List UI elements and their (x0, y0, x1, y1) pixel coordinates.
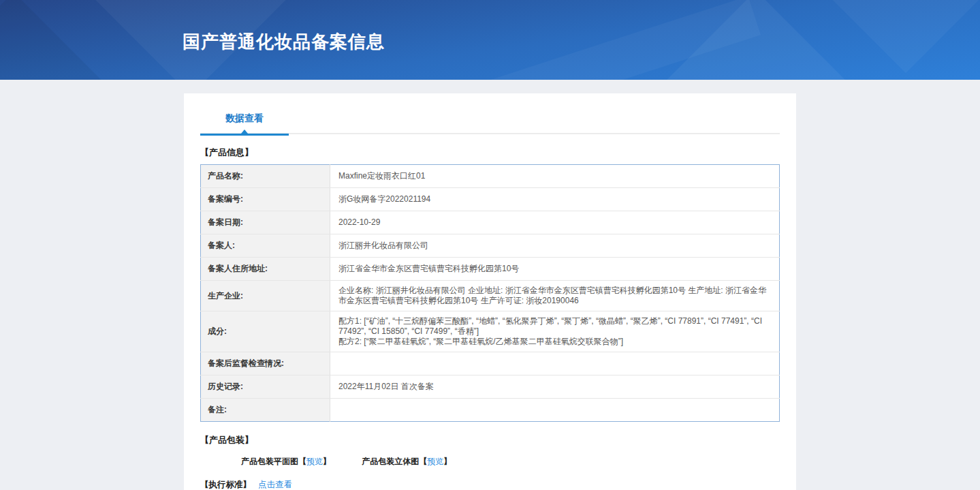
exec-standard-view-link[interactable]: 点击查看 (258, 480, 292, 489)
row-value-registration-date: 2022-10-29 (330, 211, 780, 234)
section-product-info-title: 【产品信息】 (200, 147, 780, 159)
row-label-ingredients: 成分: (201, 311, 330, 352)
page-title: 国产普通化妆品备案信息 (183, 30, 385, 54)
header-decoration-band (424, 0, 761, 80)
table-row: 成分: 配方1: [“矿油”, “十三烷醇偏苯三酸酯”, “地蜡”, “氢化聚异… (201, 311, 780, 352)
tab-bar: 数据查看 (200, 108, 780, 134)
tab-data-view[interactable]: 数据查看 (200, 108, 289, 134)
bracket-close: 】 (443, 457, 452, 466)
packaging-flat-label: 产品包装平面图 (241, 457, 298, 466)
bracket-open: 【 (298, 457, 306, 466)
table-row: 备案编号: 浙G妆网备字2022021194 (201, 188, 780, 211)
row-value-history: 2022年11月02日 首次备案 (330, 376, 780, 399)
row-value-product-name: Maxfine定妆雨衣口红01 (330, 165, 780, 188)
header-decoration-cube (0, 0, 110, 80)
tab-data-view-label: 数据查看 (225, 112, 264, 123)
packaging-flat-preview-link[interactable]: 预览 (306, 457, 323, 466)
table-row: 备案日期: 2022-10-29 (201, 211, 780, 234)
table-row: 备注: (201, 399, 780, 422)
row-value-manufacturer: 企业名称: 浙江丽井化妆品有限公司 企业地址: 浙江省金华市金东区曹宅镇曹宅科技… (330, 281, 780, 311)
header-decoration-cube (819, 0, 980, 73)
packaging-stereo-preview-link[interactable]: 预览 (427, 457, 443, 466)
packaging-stereo-label: 产品包装立体图 (362, 457, 419, 466)
row-value-remarks (330, 399, 780, 422)
section-packaging-title: 【产品包装】 (200, 434, 780, 446)
row-value-registrant-address: 浙江省金华市金东区曹宅镇曹宅科技孵化园第10号 (330, 258, 780, 281)
content-card: 数据查看 【产品信息】 产品名称: Maxfine定妆雨衣口红01 备案编号: … (184, 93, 796, 490)
exec-standard-section: 【执行标准】点击查看 (200, 479, 780, 490)
table-row: 产品名称: Maxfine定妆雨衣口红01 (201, 165, 780, 188)
row-label-registration-number: 备案编号: (201, 188, 330, 211)
row-label-remarks: 备注: (201, 399, 330, 422)
row-label-registrant-address: 备案人住所地址: (201, 258, 330, 281)
bracket-open: 【 (419, 457, 427, 466)
table-row: 生产企业: 企业名称: 浙江丽井化妆品有限公司 企业地址: 浙江省金华市金东区曹… (201, 281, 780, 311)
table-row: 备案人住所地址: 浙江省金华市金东区曹宅镇曹宅科技孵化园第10号 (201, 258, 780, 281)
row-label-post-registration-inspection: 备案后监督检查情况: (201, 352, 330, 376)
row-label-registrant: 备案人: (201, 234, 330, 258)
row-label-product-name: 产品名称: (201, 165, 330, 188)
table-row: 备案后监督检查情况: (201, 352, 780, 376)
row-label-history: 历史记录: (201, 376, 330, 399)
packaging-flat-item: 产品包装平面图【预览】 (241, 456, 331, 468)
packaging-row: 产品包装平面图【预览】 产品包装立体图【预览】 (241, 456, 780, 468)
table-row: 历史记录: 2022年11月02日 首次备案 (201, 376, 780, 399)
tab-active-caret-icon (241, 129, 248, 134)
bracket-close: 】 (323, 457, 331, 466)
row-value-post-registration-inspection (330, 352, 780, 376)
product-info-table: 产品名称: Maxfine定妆雨衣口红01 备案编号: 浙G妆网备字202202… (200, 164, 780, 422)
row-value-registration-number: 浙G妆网备字2022021194 (330, 188, 780, 211)
row-value-ingredients: 配方1: [“矿油”, “十三烷醇偏苯三酸酯”, “地蜡”, “氢化聚异丁烯”,… (330, 311, 780, 352)
packaging-stereo-item: 产品包装立体图【预览】 (362, 456, 452, 468)
header-decoration-cube (631, 0, 881, 80)
table-row: 备案人: 浙江丽井化妆品有限公司 (201, 234, 780, 258)
row-value-registrant: 浙江丽井化妆品有限公司 (330, 234, 780, 258)
row-label-registration-date: 备案日期: (201, 211, 330, 234)
section-exec-standard-title: 【执行标准】 (200, 480, 251, 489)
page-header: 国产普通化妆品备案信息 (0, 0, 980, 80)
row-label-manufacturer: 生产企业: (201, 281, 330, 311)
